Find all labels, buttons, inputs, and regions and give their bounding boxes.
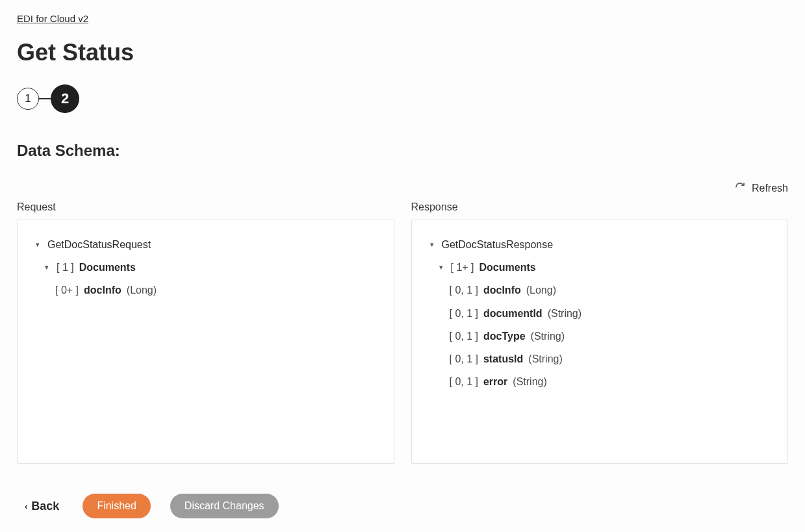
tree-node[interactable]: ▾[ 1 ] Documents [33, 256, 378, 279]
root-name: GetDocStatusResponse [442, 236, 554, 253]
tree-root[interactable]: ▾ GetDocStatusResponse [428, 233, 773, 256]
page-title: Get Status [17, 39, 788, 66]
cardinality: [ 1 ] [57, 259, 74, 276]
field-name: docInfo [84, 281, 121, 299]
back-label: Back [31, 500, 59, 513]
field-type: (String) [531, 327, 565, 345]
back-button[interactable]: ‹ Back [21, 499, 63, 514]
step-connector [39, 98, 51, 99]
tree-node[interactable]: [ 0, 1 ] documentId (String) [428, 302, 773, 325]
chevron-down-icon: ▾ [42, 261, 51, 273]
field-name: documentId [483, 305, 543, 322]
field-name: error [483, 373, 507, 390]
request-panel: ▾ GetDocStatusRequest ▾[ 1 ] Documents[ … [17, 220, 394, 464]
chevron-down-icon: ▾ [437, 261, 446, 273]
cardinality: [ 0+ ] [55, 281, 79, 299]
tree-node[interactable]: [ 0+ ] docInfo (Long) [33, 279, 378, 301]
finished-button[interactable]: Finished [83, 494, 150, 518]
breadcrumb-link[interactable]: EDI for Cloud v2 [17, 13, 88, 24]
cardinality: [ 0, 1 ] [450, 327, 478, 345]
field-type: (String) [513, 373, 546, 390]
field-type: (Long) [526, 281, 556, 299]
field-name: Documents [479, 259, 536, 276]
tree-node[interactable]: [ 0, 1 ] docInfo (Long) [428, 279, 773, 301]
field-name: docType [483, 327, 526, 345]
refresh-label: Refresh [752, 183, 788, 194]
field-type: (Long) [127, 281, 157, 299]
section-title: Data Schema: [17, 142, 788, 160]
step-2[interactable]: 2 [51, 84, 79, 113]
field-type: (String) [548, 305, 581, 322]
step-1[interactable]: 1 [17, 88, 39, 110]
tree-node[interactable]: [ 0, 1 ] docType (String) [428, 325, 773, 348]
chevron-left-icon: ‹ [25, 501, 27, 511]
cardinality: [ 1+ ] [451, 259, 474, 276]
response-header: Response [411, 201, 789, 213]
tree-node[interactable]: [ 0, 1 ] statusId (String) [428, 348, 773, 370]
field-type: (String) [528, 350, 562, 368]
stepper: 1 2 [17, 84, 788, 113]
tree-node[interactable]: [ 0, 1 ] error (String) [428, 370, 773, 393]
discard-button[interactable]: Discard Changes [170, 494, 279, 518]
tree-root[interactable]: ▾ GetDocStatusRequest [33, 233, 378, 256]
field-name: Documents [79, 259, 136, 276]
root-name: GetDocStatusRequest [47, 236, 151, 253]
response-panel: ▾ GetDocStatusResponse ▾[ 1+ ] Documents… [411, 220, 789, 464]
chevron-down-icon: ▾ [428, 238, 437, 251]
response-column: Response ▾ GetDocStatusResponse ▾[ 1+ ] … [411, 201, 789, 464]
chevron-down-icon: ▾ [33, 238, 42, 251]
request-column: Request ▾ GetDocStatusRequest ▾[ 1 ] Doc… [17, 201, 394, 464]
cardinality: [ 0, 1 ] [450, 350, 478, 368]
tree-node[interactable]: ▾[ 1+ ] Documents [428, 256, 773, 279]
cardinality: [ 0, 1 ] [450, 373, 478, 390]
refresh-button[interactable]: Refresh [735, 179, 788, 197]
field-name: statusId [483, 350, 523, 368]
refresh-icon [735, 182, 745, 195]
field-name: docInfo [483, 281, 521, 299]
cardinality: [ 0, 1 ] [450, 305, 478, 322]
cardinality: [ 0, 1 ] [450, 281, 478, 299]
request-header: Request [17, 201, 394, 213]
